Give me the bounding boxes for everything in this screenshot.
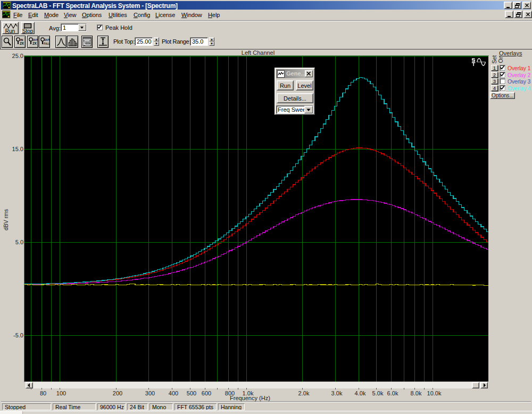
svg-text:Set: Set	[491, 55, 497, 64]
svg-text:OUT: OUT	[45, 39, 50, 42]
svg-text:dBV rms: dBV rms	[3, 209, 9, 230]
svg-text:2X: 2X	[20, 42, 24, 45]
svg-text:FULL: FULL	[44, 43, 49, 45]
svg-text:2X: 2X	[32, 42, 37, 45]
svg-text:IN: IN	[20, 38, 23, 42]
svg-text:On: On	[497, 55, 504, 63]
svg-text:OUT: OUT	[33, 38, 38, 42]
